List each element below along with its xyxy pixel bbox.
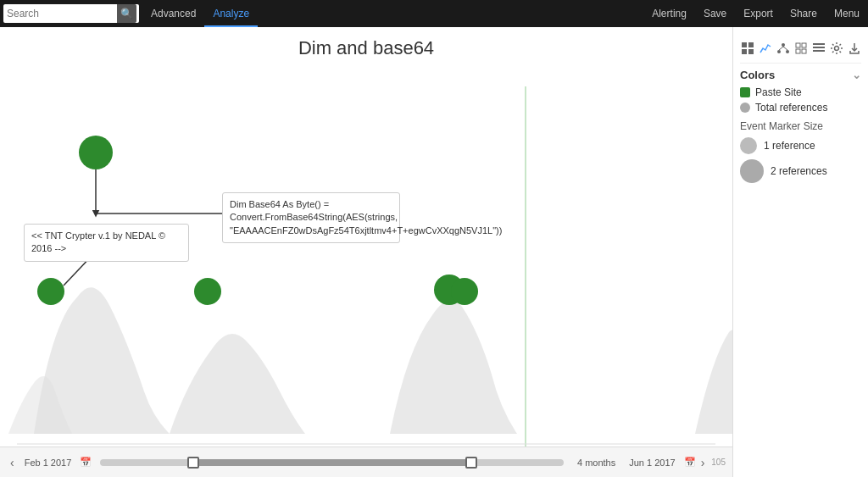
marker-2-references: 2 references bbox=[740, 159, 861, 183]
svg-rect-25 bbox=[796, 43, 800, 47]
search-button[interactable]: 🔍 bbox=[117, 4, 136, 23]
search-area: 🔍 bbox=[3, 4, 139, 23]
search-input[interactable] bbox=[7, 8, 117, 19]
marker-small bbox=[740, 137, 757, 154]
date-end-label: Jun 1 2017 bbox=[629, 458, 675, 468]
legend-total-references: Total references bbox=[740, 102, 861, 114]
alerting-button[interactable]: Alerting bbox=[643, 0, 695, 27]
svg-point-8 bbox=[37, 278, 64, 305]
svg-rect-19 bbox=[748, 49, 754, 54]
right-panel: Colors ⌄ Paste Site Total references Eve… bbox=[732, 27, 868, 477]
total-references-color-swatch bbox=[740, 103, 750, 113]
svg-rect-31 bbox=[813, 50, 825, 52]
svg-point-22 bbox=[786, 50, 789, 53]
colors-panel: Colors ⌄ Paste Site Total references Eve… bbox=[740, 69, 861, 183]
svg-line-23 bbox=[779, 47, 783, 50]
marker-large bbox=[740, 159, 764, 183]
toolbar-icons bbox=[740, 34, 861, 64]
menu-button[interactable]: Menu bbox=[826, 0, 868, 27]
main-content: Dim and base64 Feb 2017 Mar Apr May bbox=[0, 27, 868, 477]
tooltip-1: << TNT Crypter v.1 by NEDAL © 2016 --> bbox=[24, 224, 189, 262]
svg-rect-27 bbox=[796, 49, 800, 53]
export-button[interactable]: Export bbox=[735, 0, 782, 27]
timeline-slider[interactable] bbox=[100, 459, 564, 466]
svg-point-21 bbox=[777, 50, 781, 53]
one-reference-label: 1 reference bbox=[764, 140, 815, 152]
svg-rect-16 bbox=[742, 42, 747, 47]
grid-view-icon[interactable] bbox=[793, 39, 808, 58]
network-view-icon[interactable] bbox=[776, 39, 790, 58]
list-view-icon[interactable] bbox=[811, 39, 826, 58]
duration-label: 4 months bbox=[577, 458, 615, 468]
svg-point-20 bbox=[782, 43, 785, 47]
save-button[interactable]: Save bbox=[695, 0, 735, 27]
bottom-bar: ‹ Feb 1 2017 📅 4 months Jun 1 2017 📅 › 1… bbox=[0, 446, 732, 477]
advanced-button[interactable]: Advanced bbox=[142, 0, 204, 27]
svg-point-11 bbox=[451, 278, 478, 305]
svg-rect-30 bbox=[813, 47, 825, 48]
nav-right: Alerting Save Export Share Menu bbox=[643, 0, 868, 27]
collapse-icon[interactable]: ⌄ bbox=[852, 69, 861, 81]
svg-rect-17 bbox=[748, 42, 754, 47]
paste-site-label: Paste Site bbox=[755, 86, 802, 98]
share-button[interactable]: Share bbox=[782, 0, 826, 27]
settings-icon[interactable] bbox=[829, 39, 843, 58]
svg-point-9 bbox=[194, 278, 221, 305]
svg-line-24 bbox=[783, 47, 787, 50]
svg-rect-26 bbox=[802, 43, 806, 47]
svg-point-7 bbox=[79, 136, 113, 169]
scroll-left-button[interactable]: ‹ bbox=[7, 456, 18, 469]
marker-1-reference: 1 reference bbox=[740, 137, 861, 154]
svg-rect-29 bbox=[813, 43, 825, 45]
scroll-right-button[interactable]: › bbox=[698, 456, 709, 469]
download-icon[interactable] bbox=[847, 39, 861, 58]
colors-title: Colors bbox=[740, 69, 775, 81]
scroll-value: 105 bbox=[711, 458, 726, 467]
slider-handle-left[interactable] bbox=[187, 457, 199, 469]
slider-handle-right[interactable] bbox=[465, 457, 477, 469]
svg-rect-28 bbox=[802, 49, 806, 53]
paste-site-color-swatch bbox=[740, 87, 750, 97]
date-start-label: Feb 1 2017 bbox=[25, 458, 72, 468]
analyze-button[interactable]: Analyze bbox=[204, 0, 258, 27]
chart-area: Dim and base64 Feb 2017 Mar Apr May bbox=[0, 27, 732, 477]
colors-header: Colors ⌄ bbox=[740, 69, 861, 81]
two-references-label: 2 references bbox=[771, 165, 827, 177]
timeline-range bbox=[193, 459, 471, 466]
tooltip-2: Dim Base64 As Byte() = Convert.FromBase6… bbox=[222, 192, 400, 243]
svg-point-32 bbox=[834, 47, 838, 51]
event-marker-size-label: Event Marker Size bbox=[740, 120, 861, 132]
top-navigation: 🔍 Advanced Analyze Alerting Save Export … bbox=[0, 0, 868, 27]
svg-rect-18 bbox=[742, 49, 747, 54]
total-references-label: Total references bbox=[755, 102, 827, 114]
legend-paste-site: Paste Site bbox=[740, 86, 861, 98]
chart-view-icon[interactable] bbox=[758, 39, 772, 58]
table-view-icon[interactable] bbox=[740, 39, 754, 58]
